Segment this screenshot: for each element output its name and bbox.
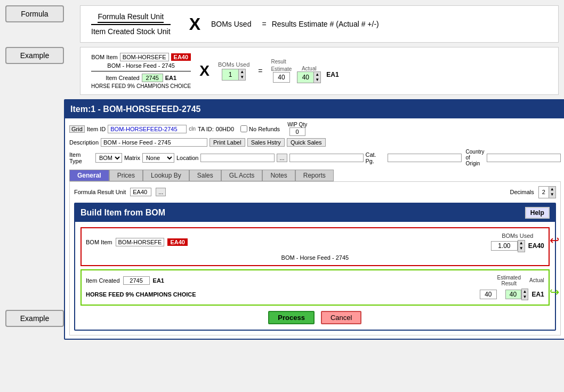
- cat-pg-label: Cat. Pg.: [366, 151, 385, 164]
- bom-dialog: Build Item from BOM Help ↩: [74, 203, 556, 331]
- item-created-unit: EA1: [153, 277, 164, 284]
- ex-item-created-label: Item Created: [106, 75, 140, 81]
- country-origin-input[interactable]: [487, 154, 561, 162]
- process-btn[interactable]: Process: [268, 311, 315, 324]
- description-input[interactable]: [101, 138, 207, 147]
- bom-actual-unit: EA1: [531, 291, 544, 298]
- bom-boms-used-up-btn[interactable]: ▲: [518, 241, 525, 246]
- country-origin-label2: of Origin: [466, 155, 485, 166]
- formula-fraction: Formula Result Unit Item Created Stock U…: [91, 12, 171, 36]
- bom-dialog-title: Build Item from BOM: [80, 208, 165, 218]
- ex-bom-item-unit: EA40: [171, 53, 191, 61]
- ta-val: 00HD0: [216, 126, 234, 132]
- ex-boms-used-val: 1: [222, 70, 238, 79]
- ex-bom-item-label: BOM Item: [91, 54, 118, 60]
- tab-gl-accts[interactable]: GL Accts: [221, 170, 263, 181]
- item-id-input[interactable]: [108, 125, 187, 133]
- decimals-val: 2: [539, 188, 549, 196]
- formula-boms-used: BOMs Used: [211, 20, 251, 28]
- actual-label: Actual: [529, 277, 544, 283]
- formula-multiply: X: [189, 14, 200, 34]
- location-input[interactable]: [200, 154, 275, 162]
- country-origin-label: Country: [466, 149, 485, 155]
- ex-estimate-val: 40: [273, 72, 289, 83]
- ex-actual-label: Actual: [302, 66, 317, 71]
- boms-used-up-btn[interactable]: ▲: [239, 69, 245, 75]
- bom-item-id: BOM-HORSEFE: [116, 238, 165, 246]
- ex-bom-feed-label: BOM - Horse Feed - 2745: [91, 62, 191, 69]
- ex-item-created-unit: EA1: [165, 75, 176, 81]
- item-created-val: 2745: [123, 276, 150, 285]
- ex-estimate-label: Estimate: [271, 66, 292, 72]
- tab-general[interactable]: General: [69, 170, 109, 181]
- item-panel: Item:1 - BOM-HORSEFEED-2745 − Help Grid: [64, 99, 564, 340]
- formula-numerator: Formula Result Unit: [98, 12, 164, 23]
- bom-boms-used-unit: EA40: [528, 242, 544, 250]
- bom-item-label: BOM Item: [86, 239, 112, 245]
- grid-label: Grid: [69, 125, 85, 133]
- ex-boms-used-label: BOMs Used: [218, 61, 249, 68]
- tab-reports[interactable]: Reports: [295, 170, 334, 181]
- tab-sales[interactable]: Sales: [189, 170, 221, 181]
- item-type-label: Item Type: [69, 151, 93, 164]
- item-created-label: Item Created: [86, 277, 120, 284]
- location-code-input[interactable]: [289, 154, 364, 162]
- matrix-label: Matrix: [124, 155, 140, 161]
- tab-prices[interactable]: Prices: [109, 170, 143, 181]
- ex-result-label: Result: [271, 59, 286, 65]
- ex-equals: =: [258, 67, 262, 75]
- formula-result-text: Results Estimate # (Actual # +/-): [272, 20, 379, 28]
- ex-bom-item-id: BOM-HORSEFE: [120, 53, 169, 61]
- bom-actual-down-btn[interactable]: ▼: [522, 294, 528, 300]
- no-refunds-label: No Refunds: [249, 126, 280, 132]
- actual-up-btn[interactable]: ▲: [314, 72, 320, 77]
- bom-actual-val: 40: [505, 290, 521, 299]
- location-ellipsis-btn[interactable]: ...: [277, 154, 287, 162]
- ex-actual-unit: EA1: [326, 71, 339, 78]
- bom-actual-up-btn[interactable]: ▲: [522, 289, 528, 294]
- actual-down-btn[interactable]: ▼: [314, 77, 320, 83]
- ex-item-created-val: 2745: [142, 74, 163, 82]
- bom-dialog-help-btn[interactable]: Help: [525, 207, 550, 219]
- wip-qty-label: WIP Qty: [287, 122, 307, 127]
- bom-boms-used-label: BOMs Used: [502, 233, 533, 239]
- example-label-1: Example: [5, 47, 64, 64]
- horse-text: HORSE FEED 9% CHAMPIONS CHOICE: [86, 291, 196, 298]
- description-label: Description: [69, 139, 99, 146]
- ex-horse-text: HORSE FEED 9% CHAMPIONS CHOICE: [91, 83, 191, 89]
- boms-used-down-btn[interactable]: ▼: [239, 75, 245, 80]
- decimals-down-btn[interactable]: ▼: [549, 192, 555, 197]
- formula-result-unit-val: EA40: [130, 188, 151, 196]
- cat-pg-input[interactable]: [388, 154, 462, 162]
- cancel-btn[interactable]: Cancel: [321, 311, 361, 324]
- ex-actual-val: 40: [297, 73, 313, 82]
- location-label: Location: [176, 155, 199, 161]
- item-id-label: Item ID: [87, 126, 106, 132]
- matrix-select[interactable]: None: [142, 153, 174, 163]
- tab-notes[interactable]: Notes: [262, 170, 295, 181]
- item-type-select[interactable]: BOM: [95, 153, 122, 163]
- formula-denominator: Item Created Stock Unit: [91, 26, 171, 36]
- decimals-label: Decimals: [510, 189, 534, 195]
- bom-feed-label: BOM - Horse Feed - 2745: [86, 254, 544, 261]
- print-label-btn[interactable]: Print Label: [210, 138, 245, 147]
- formula-label: Formula: [5, 5, 64, 22]
- tab-lookup-by[interactable]: Lookup By: [143, 170, 189, 181]
- formula-result-unit-label: Formula Result Unit: [74, 189, 126, 195]
- no-refunds-checkbox[interactable]: [240, 125, 247, 132]
- bom-boms-used-val: 1.00: [491, 241, 518, 251]
- formula-result-ellipsis-btn[interactable]: ...: [156, 188, 166, 196]
- decimals-up-btn[interactable]: ▲: [549, 187, 555, 192]
- formula-equals: =: [262, 20, 266, 28]
- estimated-result-label: EstimatedResult: [497, 275, 521, 286]
- bom-boms-used-down-btn[interactable]: ▼: [518, 246, 525, 251]
- quick-sales-btn[interactable]: Quick Sales: [287, 138, 326, 147]
- wip-qty-val: 0: [289, 127, 305, 136]
- item-panel-title: Item:1 - BOM-HORSEFEED-2745: [70, 105, 201, 114]
- ta-label: TA ID:: [198, 126, 214, 132]
- ex-multiply: X: [199, 62, 210, 79]
- sales-hstry-btn[interactable]: Sales Hstry: [247, 138, 285, 147]
- example-label-2: Example: [5, 310, 64, 327]
- cln-label: cln: [189, 126, 196, 132]
- bom-item-unit-badge: EA40: [167, 238, 188, 246]
